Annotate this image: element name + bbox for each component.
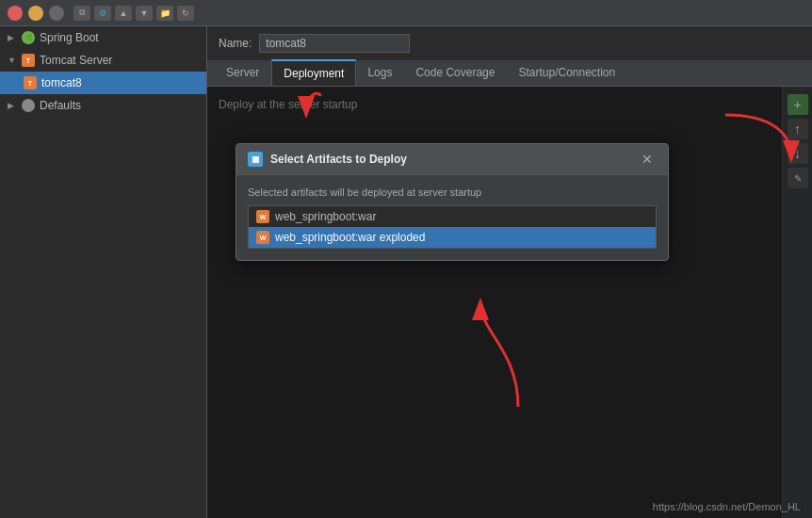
tab-logs[interactable]: Logs [356,60,404,86]
dialog-description: Selected artifacts will be deployed at s… [248,186,657,198]
tab-server[interactable]: Server [215,60,271,86]
dialog-icon: ▣ [248,152,263,167]
toolbar: ⧉ ⚙ ▲ ▼ 📁 ↻ [0,0,812,26]
sidebar-item-label: Tomcat Server [40,54,112,67]
tomcat-icon: T [23,75,38,90]
tab-code-coverage[interactable]: Code Coverage [404,60,507,86]
name-input[interactable] [259,34,410,53]
sidebar-item-label: tomcat8 [41,76,82,89]
sidebar-item-spring-boot[interactable]: ▶ 🌿 Spring Boot [0,26,206,49]
sidebar-item-label: Defaults [40,99,81,112]
dialog-title: Select Artifacts to Deploy [270,153,407,166]
sidebar-item-defaults[interactable]: ▶ Defaults [0,94,206,117]
collapse-arrow: ▶ [8,33,17,42]
collapse-arrow: ▼ [8,56,17,65]
down-icon[interactable]: ▼ [136,6,153,21]
tab-content: Deploy at the server startup + ↑ ↓ ✎ ▣ S… [207,87,812,518]
dialog-title-row: ▣ Select Artifacts to Deploy [248,152,407,167]
content-area: Name: Server Deployment Logs Code Covera… [207,26,812,518]
tab-startup[interactable]: Startup/Connection [507,60,627,86]
artifact-label: web_springboot:war exploded [275,231,425,244]
sidebar-item-tomcat8[interactable]: T tomcat8 [0,72,206,94]
artifact-label: web_springboot:war [275,210,376,223]
artifact-list: W web_springboot:war W web_springboot:wa… [248,205,657,249]
war-icon: W [256,210,269,223]
artifact-item-war-exploded[interactable]: W web_springboot:war exploded [249,227,656,248]
select-artifacts-dialog: ▣ Select Artifacts to Deploy ✕ Selected … [235,143,669,261]
settings-icon[interactable]: ⚙ [94,6,111,21]
spring-icon: 🌿 [21,30,36,45]
dialog-overlay: ▣ Select Artifacts to Deploy ✕ Selected … [207,87,812,518]
war-exploded-icon: W [256,231,269,244]
artifact-item-war[interactable]: W web_springboot:war [249,206,656,227]
sidebar: ▶ 🌿 Spring Boot ▼ T Tomcat Server T tomc… [0,26,207,518]
dialog-body: Selected artifacts will be deployed at s… [236,175,668,260]
tabs-bar: Server Deployment Logs Code Coverage Sta… [207,60,812,87]
copy-icon[interactable]: ⧉ [73,6,90,21]
toolbar-icons: ⧉ ⚙ ▲ ▼ 📁 ↻ [73,6,194,21]
minimize-button[interactable] [28,6,43,21]
name-label: Name: [219,37,252,50]
sidebar-item-label: Spring Boot [40,31,99,44]
dialog-header: ▣ Select Artifacts to Deploy ✕ [236,144,668,175]
collapse-arrow: ▶ [8,101,17,110]
up-icon[interactable]: ▲ [115,6,132,21]
sidebar-item-tomcat-server[interactable]: ▼ T Tomcat Server [0,49,206,72]
more-button[interactable] [49,6,64,21]
tab-deployment[interactable]: Deployment [271,59,356,86]
main-layout: ▶ 🌿 Spring Boot ▼ T Tomcat Server T tomc… [0,26,812,518]
folder-icon[interactable]: 📁 [156,6,173,21]
close-button[interactable] [8,6,23,21]
refresh-icon[interactable]: ↻ [177,6,194,21]
tomcat-group-icon: T [21,53,36,68]
watermark: https://blog.csdn.net/Demon_HL [653,501,801,512]
name-row: Name: [207,26,812,60]
dialog-close-button[interactable]: ✕ [638,152,657,167]
defaults-icon [21,98,36,113]
